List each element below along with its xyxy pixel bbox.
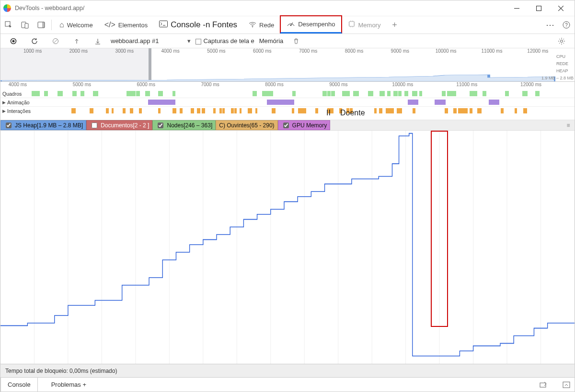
legend-jsheap[interactable]: JS Heap[1.9 MB – 2.8 MB]: [0, 120, 86, 130]
device-icon[interactable]: [17, 17, 33, 33]
legend-docs-label: Documentos[2 - 2 ]: [101, 122, 149, 129]
expand-icon: ▶: [2, 100, 6, 105]
drawer-collapse-icon[interactable]: [558, 377, 575, 392]
tab-performance-label: Desempenho: [298, 21, 335, 28]
download-button[interactable]: [90, 34, 106, 49]
svg-rect-0: [536, 6, 541, 11]
svg-point-13: [12, 40, 15, 42]
tab-console-sources[interactable]: Console -n Fontes: [153, 16, 243, 34]
tab-console-label: Console -n Fontes: [171, 20, 237, 30]
screenshots-toggle[interactable]: Capturas de tela e: [196, 37, 254, 45]
row-frames-label: Quadros: [2, 91, 22, 97]
overview-heap-range: 1.9 MB – 2.8 MB: [541, 76, 574, 80]
overlay-text-1: II: [326, 109, 331, 117]
performance-icon: [287, 20, 295, 29]
overview-heap: [0, 72, 555, 81]
drawer-console-label: Console: [8, 381, 31, 388]
row-anim-label: Animação: [7, 100, 30, 105]
svg-rect-6: [160, 21, 168, 27]
drawer-tab-problems[interactable]: Problemas +: [45, 378, 93, 392]
legend-gpu[interactable]: GPU Memory: [278, 120, 331, 130]
flamechart[interactable]: 4000 ms5000 ms6000 ms7000 ms8000 ms9000 …: [0, 82, 575, 120]
help-icon[interactable]: ?: [558, 17, 575, 33]
wifi-icon: [249, 21, 256, 29]
legend-menu-icon[interactable]: ≡: [562, 120, 575, 130]
window-minimize[interactable]: [506, 0, 528, 16]
drawer-export-icon[interactable]: [535, 377, 552, 392]
overview-side-labels: CPU REDE HEAP: [556, 53, 575, 75]
row-animation[interactable]: ▶Animação: [0, 98, 575, 107]
memory-icon: [348, 20, 356, 30]
svg-point-15: [561, 40, 563, 42]
app-icon: [3, 4, 11, 12]
legend-listeners[interactable]: C) Ouvintes(65 - 290): [216, 120, 277, 130]
tab-elements-label: Elementos: [118, 22, 148, 29]
more-icon[interactable]: ⋯: [542, 17, 558, 33]
svg-rect-3: [25, 23, 28, 28]
trash-icon[interactable]: [288, 34, 304, 49]
legend-nodes[interactable]: Nodes[246 – 363]: [152, 120, 216, 130]
window-title: DevTools - webboard.app/: [15, 5, 84, 11]
label-cpu: CPU: [556, 53, 575, 60]
target-label: webboard.app #1: [111, 37, 159, 45]
inspect-icon[interactable]: [0, 17, 17, 33]
titlebar: DevTools - webboard.app/: [0, 0, 575, 16]
tab-network[interactable]: Rede: [243, 16, 280, 34]
row-inter-label: Interações: [7, 108, 31, 114]
flame-ruler: 4000 ms5000 ms6000 ms7000 ms8000 ms9000 …: [0, 82, 575, 90]
svg-rect-9: [349, 22, 354, 26]
legend-gpu-label: GPU Memory: [292, 122, 327, 129]
tab-elements[interactable]: </>Elementos: [99, 16, 154, 34]
svg-rect-35: [563, 382, 570, 388]
label-net: REDE: [556, 60, 575, 67]
perf-toolbar: webboard.app #1 ▾ Capturas de tela e Mem…: [0, 34, 575, 48]
tab-memory[interactable]: Memory: [342, 16, 387, 34]
svg-point-7: [252, 26, 253, 27]
record-button[interactable]: [5, 34, 22, 49]
tab-network-label: Rede: [259, 22, 274, 29]
window-maximize[interactable]: [528, 0, 550, 16]
upload-button[interactable]: [69, 34, 85, 49]
dropdown-icon[interactable]: ▾: [187, 37, 191, 45]
legend-docs[interactable]: Documentos[2 - 2 ]: [86, 120, 152, 130]
home-icon: ⌂: [59, 21, 64, 29]
summary-bar: Tempo total de bloqueio: 0,00ms (estimad…: [0, 364, 575, 377]
label-heap: HEAP: [556, 67, 575, 75]
target-select[interactable]: webboard.app #1: [111, 37, 159, 45]
clear-button[interactable]: [47, 34, 64, 49]
reload-button[interactable]: [26, 34, 43, 49]
svg-rect-5: [42, 22, 45, 28]
tab-performance[interactable]: Desempenho: [280, 15, 342, 34]
svg-text:?: ?: [565, 22, 568, 28]
expand-icon: ▶: [2, 109, 6, 113]
svg-point-8: [290, 24, 292, 26]
memory-chart[interactable]: [0, 131, 575, 364]
drawer-problems-label: Problemas +: [51, 381, 86, 388]
legend-jsheap-label: JS Heap[1.9 MB – 2.8 MB]: [15, 122, 83, 129]
blocking-time: Tempo total de bloqueio: 0,00ms (estimad…: [5, 368, 117, 374]
tab-welcome-label: Welcome: [67, 22, 93, 29]
code-icon: </>: [104, 21, 115, 29]
console-icon: [159, 21, 168, 29]
row-frames[interactable]: Quadros: [0, 90, 575, 98]
legend-nodes-label: Nodes[246 – 363]: [167, 122, 212, 129]
drawer: Console Problemas +: [0, 377, 575, 392]
dock-icon[interactable]: [33, 17, 49, 33]
memory-legend: JS Heap[1.9 MB – 2.8 MB] Documentos[2 - …: [0, 120, 575, 131]
tab-welcome[interactable]: ⌂Welcome: [54, 16, 99, 34]
screenshots-label: Capturas de tela e: [203, 37, 254, 45]
memory-toggle[interactable]: Memória: [259, 37, 284, 45]
settings-icon[interactable]: [553, 34, 570, 49]
overview-pane[interactable]: 1000 ms2000 ms3000 ms4000 ms5000 ms6000 …: [0, 48, 575, 82]
add-tab[interactable]: +: [386, 17, 402, 33]
window-close[interactable]: [550, 0, 572, 16]
highlight-box: [431, 131, 448, 327]
legend-listeners-label: C) Ouvintes(65 - 290): [219, 122, 274, 129]
tab-memory-label: Memory: [358, 22, 381, 29]
panel-tabs: ⌂Welcome </>Elementos Console -n Fontes …: [0, 16, 575, 34]
overlay-text-2: Doente: [340, 109, 365, 117]
row-interactions[interactable]: ▶Interações: [0, 107, 575, 115]
drawer-tab-console[interactable]: Console: [0, 377, 38, 392]
